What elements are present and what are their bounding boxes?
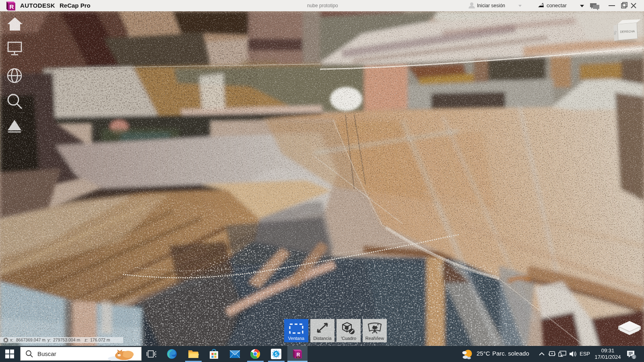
svg-text:S: S	[275, 352, 278, 357]
svg-text:1: 1	[633, 355, 635, 359]
svg-text:R: R	[10, 3, 14, 10]
svg-text:DERECHA: DERECHA	[620, 29, 635, 33]
svg-text:RCP: RCP	[297, 357, 300, 358]
svg-text:conectar: conectar	[547, 2, 567, 8]
svg-text:Iniciar sesión: Iniciar sesión	[477, 3, 505, 8]
